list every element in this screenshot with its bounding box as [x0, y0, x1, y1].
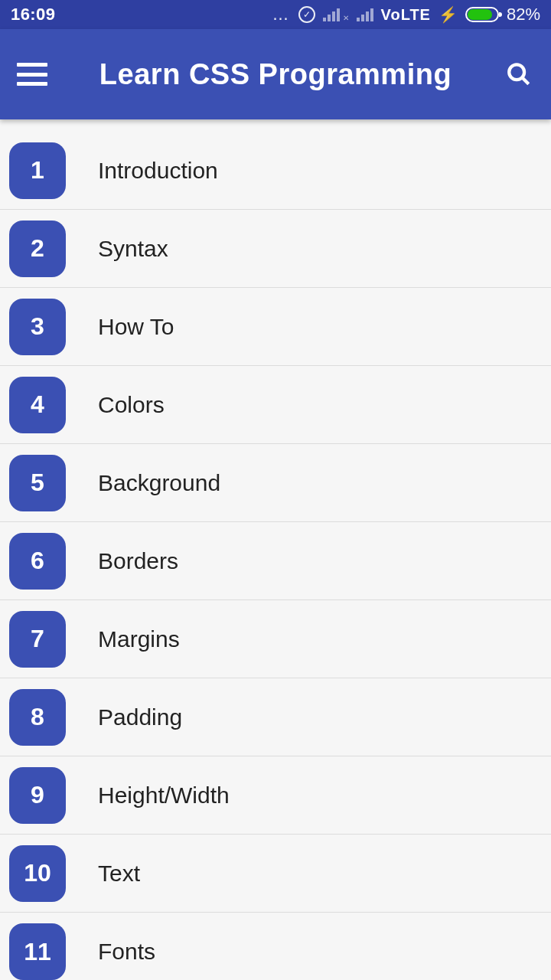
topic-label: Syntax	[98, 236, 168, 262]
search-button[interactable]	[504, 59, 534, 90]
topic-label: Borders	[98, 548, 178, 574]
list-item[interactable]: 11Fonts	[0, 913, 551, 980]
topic-number-badge: 11	[9, 923, 66, 980]
list-item[interactable]: 5Background	[0, 444, 551, 522]
topic-number-badge: 10	[9, 845, 66, 902]
topic-list: 1Introduction2Syntax3How To4Colors5Backg…	[0, 119, 551, 980]
list-item[interactable]: 10Text	[0, 835, 551, 913]
topic-label: Text	[98, 861, 140, 887]
list-item[interactable]: 8Padding	[0, 678, 551, 756]
topic-label: Background	[98, 470, 220, 496]
status-time: 16:09	[11, 5, 55, 24]
topic-number-badge: 8	[9, 689, 66, 746]
alarm-icon	[298, 6, 315, 23]
topic-number-badge: 3	[9, 299, 66, 355]
no-sim-x-icon: ✕	[343, 14, 349, 22]
topic-label: Padding	[98, 704, 182, 730]
topic-label: Colors	[98, 392, 165, 418]
battery-icon	[465, 7, 499, 22]
signal-2-icon	[357, 8, 373, 21]
topic-number-badge: 9	[9, 767, 66, 824]
topic-label: Introduction	[98, 158, 218, 184]
page-title: Learn CSS Programming	[47, 58, 504, 91]
more-dots-icon: …	[272, 5, 291, 24]
topic-label: Fonts	[98, 939, 155, 965]
charging-icon: ⚡	[439, 5, 458, 24]
list-item[interactable]: 2Syntax	[0, 210, 551, 288]
topic-number-badge: 6	[9, 533, 66, 590]
topic-label: Margins	[98, 626, 180, 652]
battery-percent: 82%	[507, 5, 540, 24]
signal-1-icon	[323, 8, 340, 21]
topic-number-badge: 1	[9, 142, 66, 199]
svg-point-0	[509, 64, 524, 80]
menu-icon[interactable]	[17, 63, 47, 86]
list-item[interactable]: 1Introduction	[0, 132, 551, 210]
app-bar: Learn CSS Programming	[0, 29, 551, 119]
topic-number-badge: 2	[9, 220, 66, 277]
list-item[interactable]: 3How To	[0, 288, 551, 366]
search-icon	[506, 61, 532, 87]
list-item[interactable]: 9Height/Width	[0, 756, 551, 835]
status-volte: VoLTE	[381, 6, 431, 24]
list-item[interactable]: 7Margins	[0, 600, 551, 678]
list-item[interactable]: 6Borders	[0, 522, 551, 600]
topic-number-badge: 7	[9, 611, 66, 668]
list-item[interactable]: 4Colors	[0, 366, 551, 444]
topic-number-badge: 4	[9, 377, 66, 433]
svg-line-1	[522, 77, 529, 84]
topic-label: How To	[98, 314, 174, 340]
status-bar: 16:09 … ✕ VoLTE ⚡ 82%	[0, 0, 551, 29]
topic-label: Height/Width	[98, 782, 230, 808]
topic-number-badge: 5	[9, 455, 66, 511]
